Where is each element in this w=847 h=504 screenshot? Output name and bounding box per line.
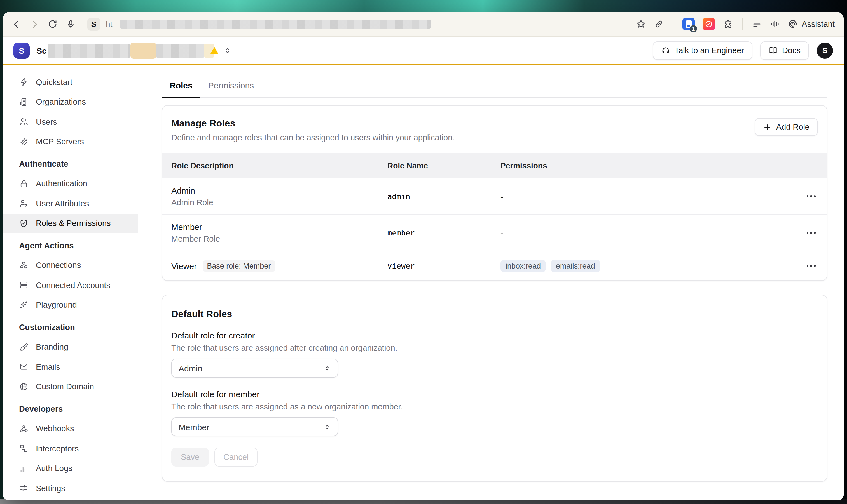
forward-icon[interactable] bbox=[30, 19, 39, 29]
user-avatar[interactable]: S bbox=[817, 42, 833, 58]
sidebar-item-label: Webhooks bbox=[36, 424, 74, 433]
sidebar-item-label: User Attributes bbox=[36, 199, 89, 208]
permissions-empty: - bbox=[500, 228, 795, 237]
headphones-icon bbox=[661, 46, 670, 55]
sidebar: Quickstart Organizations Users MCP Serve… bbox=[3, 65, 138, 500]
chevrons-up-down-icon bbox=[324, 364, 331, 372]
sidebar-item-label: Roles & Permissions bbox=[36, 219, 111, 228]
plus-icon bbox=[763, 123, 772, 131]
sidebar-item-interceptors[interactable]: Interceptors bbox=[3, 438, 138, 458]
column-role-name: Role Name bbox=[387, 161, 500, 170]
cancel-button[interactable]: Cancel bbox=[214, 448, 258, 467]
table-row-member: Member Member Role member - bbox=[162, 214, 827, 251]
extension-red-clock-icon[interactable] bbox=[703, 18, 715, 30]
member-role-value: Member bbox=[178, 422, 209, 432]
project-switcher[interactable]: Sc bbox=[36, 43, 232, 57]
waveform-icon[interactable] bbox=[770, 19, 780, 29]
mic-icon[interactable] bbox=[66, 19, 75, 29]
brush-icon bbox=[19, 342, 29, 352]
extension-blue-icon[interactable]: 1 bbox=[682, 18, 695, 30]
sidebar-item-label: Playground bbox=[36, 301, 77, 310]
reload-icon[interactable] bbox=[48, 19, 58, 29]
sidebar-item-emails[interactable]: Emails bbox=[3, 357, 138, 377]
member-role-select[interactable]: Member bbox=[171, 417, 338, 436]
permission-badge: inbox:read bbox=[500, 259, 546, 272]
redacted-project-name bbox=[48, 43, 219, 57]
users-icon bbox=[19, 117, 29, 127]
sidebar-item-mcp-servers[interactable]: MCP Servers bbox=[3, 132, 138, 151]
docs-button[interactable]: Docs bbox=[760, 41, 809, 59]
permission-badge: emails:read bbox=[551, 259, 600, 272]
add-role-button[interactable]: Add Role bbox=[755, 118, 818, 136]
sidebar-item-playground[interactable]: Playground bbox=[3, 295, 138, 315]
assistant-button[interactable]: Assistant bbox=[788, 19, 835, 29]
sidebar-item-settings[interactable]: Settings bbox=[3, 478, 138, 498]
chevrons-up-down-icon bbox=[224, 46, 232, 55]
shield-check-icon bbox=[19, 219, 29, 228]
sidebar-item-quickstart[interactable]: Quickstart bbox=[3, 72, 138, 92]
tab-bar: Roles Permissions bbox=[162, 79, 827, 98]
row-menu-icon[interactable] bbox=[795, 192, 827, 201]
lock-icon bbox=[19, 179, 29, 188]
sidebar-section-customization: Customization bbox=[3, 317, 138, 337]
sidebar-item-auth-logs[interactable]: Auth Logs bbox=[3, 458, 138, 478]
app-header: S Sc Talk to an bbox=[3, 37, 844, 65]
role-slug: viewer bbox=[387, 261, 500, 270]
sidebar-item-custom-domain[interactable]: Custom Domain bbox=[3, 377, 138, 397]
site-favicon: S bbox=[87, 18, 100, 31]
manage-roles-header: Manage Roles Define and manage roles tha… bbox=[162, 106, 827, 153]
manage-roles-card: Manage Roles Define and manage roles tha… bbox=[162, 105, 827, 281]
permissions-empty: - bbox=[500, 192, 795, 201]
talk-to-engineer-button[interactable]: Talk to an Engineer bbox=[653, 41, 753, 59]
copy-link-icon[interactable] bbox=[654, 19, 664, 29]
tab-roles[interactable]: Roles bbox=[162, 79, 201, 98]
header-right-group: Talk to an Engineer Docs S bbox=[653, 41, 833, 59]
table-row-viewer: Viewer Base role: Member viewer inbox:re… bbox=[162, 251, 827, 280]
role-slug: member bbox=[387, 228, 500, 237]
sidebar-item-label: Users bbox=[36, 118, 57, 126]
role-title: Member bbox=[171, 222, 387, 232]
save-button[interactable]: Save bbox=[171, 448, 209, 467]
sidebar-item-label: Settings bbox=[36, 484, 65, 493]
row-menu-icon[interactable] bbox=[795, 229, 827, 237]
creator-description: The role that users are assigned after c… bbox=[171, 343, 818, 353]
tab-permissions[interactable]: Permissions bbox=[201, 79, 262, 98]
sparkles-icon bbox=[19, 300, 29, 310]
default-role-creator-group: Default role for creator The role that u… bbox=[171, 330, 818, 378]
bookmark-star-icon[interactable] bbox=[636, 19, 646, 29]
creator-role-select[interactable]: Admin bbox=[171, 359, 338, 378]
back-icon[interactable] bbox=[12, 19, 21, 29]
browser-window: S ht 1 bbox=[3, 12, 844, 500]
sidebar-item-webhooks[interactable]: Webhooks bbox=[3, 419, 138, 438]
sidebar-item-connections[interactable]: Connections bbox=[3, 255, 138, 275]
row-menu-icon[interactable] bbox=[795, 262, 827, 270]
url-text[interactable]: ht bbox=[106, 20, 112, 29]
creator-role-value: Admin bbox=[178, 363, 202, 373]
sidebar-item-connected-accounts[interactable]: Connected Accounts bbox=[3, 275, 138, 295]
sliders-icon bbox=[19, 484, 29, 493]
member-label: Default role for member bbox=[171, 389, 818, 399]
default-roles-title: Default Roles bbox=[171, 309, 818, 320]
assistant-swirl-icon bbox=[788, 19, 798, 29]
sidebar-item-label: Emails bbox=[36, 362, 60, 372]
browser-toolbar: S ht 1 bbox=[3, 12, 844, 37]
sidebar-item-user-attributes[interactable]: User Attributes bbox=[3, 194, 138, 213]
role-subtitle: Member Role bbox=[171, 234, 387, 243]
webhook-icon bbox=[19, 424, 29, 433]
add-role-label: Add Role bbox=[776, 123, 810, 131]
mail-icon bbox=[19, 362, 29, 372]
sidebar-item-branding[interactable]: Branding bbox=[3, 337, 138, 357]
boxes-icon bbox=[19, 261, 29, 270]
building-icon bbox=[19, 97, 29, 107]
sidebar-item-roles-permissions[interactable]: Roles & Permissions bbox=[3, 213, 138, 233]
sidebar-item-users[interactable]: Users bbox=[3, 112, 138, 132]
docs-button-label: Docs bbox=[782, 46, 800, 55]
manage-roles-description: Define and manage roles that can be assi… bbox=[171, 133, 454, 142]
sidebar-section-authenticate: Authenticate bbox=[3, 154, 138, 174]
sidebar-item-authentication[interactable]: Authentication bbox=[3, 174, 138, 194]
reader-list-icon[interactable] bbox=[752, 19, 762, 29]
mcp-icon bbox=[19, 137, 29, 147]
puzzle-extensions-icon[interactable] bbox=[723, 19, 733, 29]
sidebar-item-organizations[interactable]: Organizations bbox=[3, 92, 138, 112]
assistant-label: Assistant bbox=[802, 20, 835, 29]
